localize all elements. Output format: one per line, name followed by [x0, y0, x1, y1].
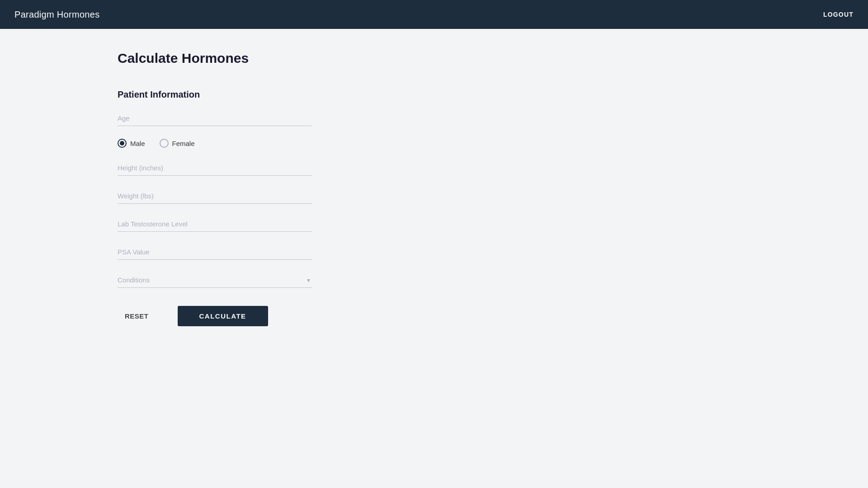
psa-group — [118, 244, 434, 260]
conditions-select[interactable]: Conditions — [118, 272, 312, 288]
lab-testosterone-group — [118, 216, 434, 232]
height-input[interactable] — [118, 160, 312, 176]
section-title: Patient Information — [118, 89, 434, 100]
reset-button[interactable]: RESET — [118, 309, 156, 324]
age-group — [118, 111, 434, 126]
female-label: Female — [172, 140, 195, 147]
page-title: Calculate Hormones — [118, 51, 434, 66]
conditions-group: Conditions ▾ — [118, 272, 434, 288]
button-row: RESET CALCULATE — [118, 306, 434, 326]
male-label: Male — [130, 140, 145, 147]
male-radio[interactable] — [118, 139, 127, 148]
conditions-wrapper: Conditions ▾ — [118, 272, 312, 288]
app-title: Paradigm Hormones — [14, 9, 100, 20]
height-group — [118, 160, 434, 176]
app-header: Paradigm Hormones LOGOUT — [0, 0, 868, 29]
female-radio-option[interactable]: Female — [160, 139, 195, 148]
lab-testosterone-input[interactable] — [118, 216, 312, 232]
weight-group — [118, 188, 434, 204]
age-input[interactable] — [118, 111, 312, 126]
main-content: Calculate Hormones Patient Information M… — [0, 29, 434, 353]
form-card: Patient Information Male Female — [118, 82, 434, 326]
weight-input[interactable] — [118, 188, 312, 204]
logout-button[interactable]: LOGOUT — [823, 11, 854, 18]
female-radio[interactable] — [160, 139, 169, 148]
calculate-button[interactable]: CALCULATE — [178, 306, 268, 326]
male-radio-option[interactable]: Male — [118, 139, 145, 148]
gender-group: Male Female — [118, 139, 434, 148]
psa-input[interactable] — [118, 244, 312, 260]
